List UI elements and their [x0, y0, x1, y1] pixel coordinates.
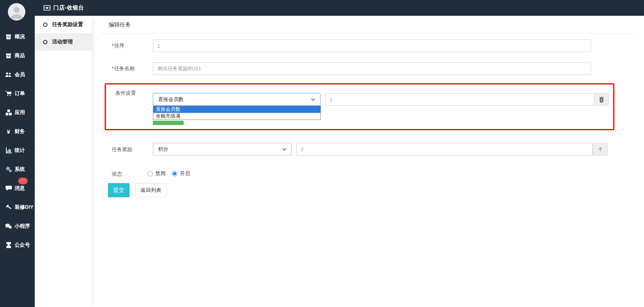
sidebar-item-system[interactable]: 系统	[0, 160, 35, 179]
sidebar-item-label: 订单	[15, 90, 25, 97]
submenu-item-task-reward-settings[interactable]: 任务奖励设置	[35, 16, 92, 33]
task-name-label: *任务名称	[112, 65, 135, 72]
sidebar-item-stats[interactable]: 统计	[0, 141, 35, 160]
required-mark: *	[112, 43, 114, 49]
condition-label: 条件设置	[115, 90, 136, 97]
app-title-text: 门店-收银台	[53, 4, 84, 11]
condition-type-select[interactable]: 直推会员数	[153, 93, 320, 106]
trash-icon	[599, 97, 604, 103]
dropdown-option-balance-recharge[interactable]: 余额充值满	[153, 113, 320, 120]
add-condition-button-partial[interactable]	[153, 121, 184, 125]
radio-enabled[interactable]	[172, 171, 177, 176]
sidebar-item-label: 公众号	[15, 241, 30, 249]
orders-icon	[4, 91, 13, 96]
app-title: 门店-收银台	[43, 0, 84, 16]
back-to-list-button[interactable]: 返回列表	[135, 183, 167, 197]
reward-selected-value: 积分	[158, 146, 168, 153]
circle-icon	[43, 22, 47, 27]
chevron-down-icon	[311, 98, 315, 101]
message-badge: ···	[18, 178, 28, 184]
system-icon	[4, 166, 13, 172]
miniprogram-icon	[4, 223, 13, 229]
submit-button[interactable]: 提交	[108, 183, 130, 197]
reward-value-input[interactable]	[296, 143, 593, 155]
sidebar-item-label: 消息	[15, 185, 25, 192]
required-mark: *	[112, 66, 114, 71]
sort-label: *排序	[112, 42, 124, 49]
sidebar-item-label: 概况	[15, 33, 25, 40]
sidebar-item-label: 商品	[15, 52, 25, 59]
reward-type-select[interactable]: 积分	[153, 143, 292, 155]
sidebar-nav: 概况 商品 会员 订单 应用 ¥ 财务 统计 系统	[0, 27, 35, 255]
members-icon	[4, 72, 13, 77]
radio-disabled-label: 禁用	[155, 170, 166, 177]
sidebar-item-label: 会员	[15, 71, 25, 78]
sidebar-item-messages[interactable]: 消息 ···	[0, 179, 35, 198]
submenu-item-activity-management[interactable]: 活动管理	[35, 33, 92, 51]
messages-icon	[4, 185, 13, 191]
sidebar-item-products[interactable]: 商品	[0, 46, 35, 65]
task-name-input[interactable]	[153, 62, 591, 75]
submenu-item-label: 任务奖励设置	[52, 21, 83, 28]
condition-value-input[interactable]	[325, 93, 594, 106]
status-label: 状态	[112, 170, 122, 178]
condition-dropdown-list: 直推会员数 余额充值满	[153, 106, 321, 120]
sidebar-item-label: 财务	[15, 128, 25, 135]
secondary-sidebar: 任务奖励设置 活动管理	[35, 16, 92, 307]
topbar: 门店-收银台	[0, 0, 644, 16]
finance-icon: ¥	[4, 128, 13, 135]
sidebar-item-finance[interactable]: ¥ 财务	[0, 122, 35, 141]
radio-disabled[interactable]	[147, 171, 153, 176]
radio-enabled-label: 开启	[180, 170, 190, 177]
submenu-item-label: 活动管理	[52, 38, 73, 45]
upload-button[interactable]	[593, 143, 608, 155]
products-icon	[4, 53, 13, 59]
stats-icon	[4, 147, 13, 154]
sidebar-item-overview[interactable]: 概况	[0, 27, 35, 46]
sidebar-item-apps[interactable]: 应用	[0, 103, 35, 122]
overview-icon	[4, 34, 13, 40]
main-content: 编辑任务 *排序 *任务名称 条件设置 直推会员数 直推会员数 余额充值满 任务…	[92, 16, 644, 307]
sidebar-item-orders[interactable]: 订单	[0, 84, 35, 103]
condition-selected-value: 直推会员数	[158, 96, 184, 103]
avatar-placeholder-icon	[8, 3, 25, 21]
avatar[interactable]	[8, 3, 25, 21]
sidebar-item-label: 统计	[15, 147, 25, 154]
cashier-icon	[43, 5, 51, 11]
circle-icon	[43, 40, 47, 44]
status-radio-group: 禁用 开启	[147, 170, 196, 178]
sidebar-item-label: 装修DIY	[15, 204, 34, 211]
sidebar-item-label: 应用	[15, 109, 25, 116]
sidebar-item-official-account[interactable]: 公众号	[0, 236, 35, 255]
gavel-icon	[4, 204, 13, 210]
apps-icon	[4, 109, 13, 116]
reward-label: 任务奖励	[112, 146, 132, 153]
divider	[101, 33, 635, 34]
chevron-down-icon	[282, 148, 286, 151]
dropdown-option-direct-members[interactable]: 直推会员数	[153, 106, 320, 113]
sidebar-item-label: 系统	[15, 166, 25, 173]
page-title: 编辑任务	[109, 21, 131, 28]
sort-input[interactable]	[153, 39, 591, 52]
sidebar-item-miniprogram[interactable]: 小程序	[0, 217, 35, 236]
main-sidebar: 概况 商品 会员 订单 应用 ¥ 财务 统计 系统	[0, 0, 35, 307]
sidebar-item-members[interactable]: 会员	[0, 65, 35, 84]
sidebar-item-decoration-diy[interactable]: 装修DIY	[0, 198, 35, 217]
hourglass-icon	[4, 242, 13, 248]
arrow-up-icon	[597, 146, 603, 152]
delete-condition-button[interactable]	[594, 93, 609, 106]
sidebar-item-label: 小程序	[15, 223, 30, 230]
